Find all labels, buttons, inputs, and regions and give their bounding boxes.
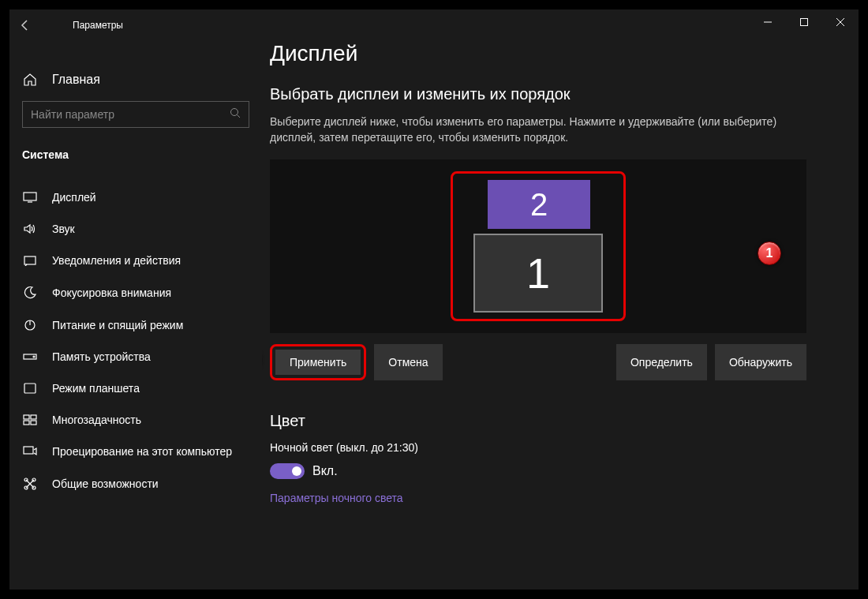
color-title: Цвет: [270, 412, 835, 430]
back-button[interactable]: [9, 9, 41, 41]
nav-notifications[interactable]: Уведомления и действия: [9, 245, 262, 276]
tablet-icon: [22, 383, 38, 394]
svg-rect-19: [24, 447, 33, 454]
display-arrange-area[interactable]: 2 1 1: [270, 159, 806, 333]
shared-icon: [22, 477, 38, 491]
nav-focus[interactable]: Фокусировка внимания: [9, 276, 262, 309]
settings-window: Параметры Главная Система Дисплей: [9, 9, 859, 590]
display-tile-1[interactable]: 1: [473, 234, 603, 313]
button-row: Применить 2 Отмена Определить Обнаружить: [270, 344, 806, 380]
multitask-icon: [22, 414, 38, 425]
category-label: Система: [9, 140, 262, 169]
nav-multitask[interactable]: Многозадачность: [9, 404, 262, 436]
svg-rect-13: [24, 384, 36, 393]
minimize-button[interactable]: [750, 9, 786, 35]
nav-label: Многозадачность: [52, 414, 141, 426]
page-title: Дисплей: [270, 41, 835, 66]
nav-label: Питание и спящий режим: [52, 319, 183, 331]
close-button[interactable]: [822, 9, 859, 35]
notifications-icon: [22, 255, 38, 266]
search-input[interactable]: [31, 108, 241, 121]
svg-line-5: [238, 115, 241, 118]
sound-icon: [22, 223, 38, 234]
focus-icon: [22, 286, 38, 300]
apply-button[interactable]: Применить: [275, 350, 361, 375]
storage-icon: [22, 352, 38, 361]
home-icon: [22, 73, 38, 87]
search-box[interactable]: [22, 101, 249, 128]
maximize-button[interactable]: [786, 9, 822, 35]
app-title: Параметры: [73, 20, 123, 31]
svg-rect-6: [24, 193, 36, 200]
detect-button[interactable]: Обнаружить: [715, 344, 806, 380]
svg-rect-16: [31, 415, 36, 419]
svg-point-4: [231, 109, 238, 116]
nav-label: Дисплей: [52, 191, 96, 204]
nav-tablet[interactable]: Режим планшета: [9, 373, 262, 404]
arrange-description: Выберите дисплей ниже, чтобы изменить ег…: [270, 114, 806, 145]
titlebar: Параметры: [9, 9, 859, 41]
svg-rect-1: [801, 19, 808, 26]
home-label: Главная: [52, 73, 100, 87]
nav-label: Звук: [52, 223, 75, 235]
svg-point-12: [33, 356, 35, 358]
power-icon: [22, 319, 38, 331]
arrange-title: Выбрать дисплеи и изменить их порядок: [270, 85, 835, 103]
night-light-settings-link[interactable]: Параметры ночного света: [270, 492, 835, 504]
svg-rect-18: [31, 421, 36, 425]
sidebar: Главная Система Дисплей Звук Уведомления…: [9, 9, 262, 590]
svg-rect-17: [24, 421, 29, 425]
nav-sound[interactable]: Звук: [9, 213, 262, 245]
projecting-icon: [22, 446, 38, 457]
night-light-toggle[interactable]: [270, 463, 305, 479]
cancel-button[interactable]: Отмена: [374, 344, 442, 380]
annotation-highlight-1: 2 1 1: [451, 171, 626, 321]
display-icon: [22, 192, 38, 203]
nav-power[interactable]: Питание и спящий режим: [9, 309, 262, 341]
annotation-badge-1: 1: [758, 241, 781, 265]
nav-label: Фокусировка внимания: [52, 286, 171, 299]
nav-label: Уведомления и действия: [52, 254, 181, 267]
svg-rect-8: [24, 256, 36, 264]
nav-label: Память устройства: [52, 350, 151, 363]
content-area: Дисплей Выбрать дисплеи и изменить их по…: [262, 9, 859, 590]
display-tile-2[interactable]: 2: [488, 180, 590, 229]
nav-label: Режим планшета: [52, 382, 140, 395]
nav-projecting[interactable]: Проецирование на этот компьютер: [9, 436, 262, 467]
window-controls: [750, 9, 859, 35]
nav-display[interactable]: Дисплей: [9, 182, 262, 213]
nav-label: Общие возможности: [52, 477, 159, 490]
toggle-state-label: Вкл.: [312, 464, 338, 478]
annotation-highlight-2: Применить 2: [270, 344, 366, 380]
search-icon: [230, 107, 241, 122]
nav-label: Проецирование на этот компьютер: [52, 445, 232, 458]
toggle-knob: [292, 466, 301, 476]
home-nav[interactable]: Главная: [9, 65, 262, 95]
identify-button[interactable]: Определить: [616, 344, 707, 380]
nav-shared[interactable]: Общие возможности: [9, 467, 262, 500]
night-light-label: Ночной свет (выкл. до 21:30): [270, 441, 835, 454]
nav-storage[interactable]: Память устройства: [9, 341, 262, 373]
svg-rect-15: [24, 415, 29, 419]
